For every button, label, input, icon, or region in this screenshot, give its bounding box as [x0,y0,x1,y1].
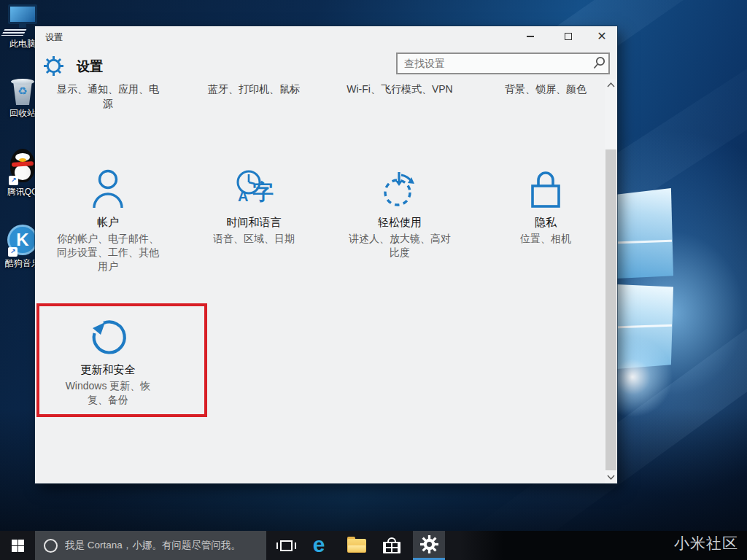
lock-icon [476,167,615,209]
title-bar[interactable]: 设置 ✕ [35,26,617,47]
tile-subtitle: 你的帐户、电子邮件、 同步设置、工作、其他 用户 [39,232,177,273]
kugou-icon: K ↗ [7,225,38,255]
category-system[interactable]: 显示、通知、应用、电 源 [39,82,177,111]
tile-subtitle: 位置、相机 [476,232,615,246]
desktop: 此电脑 ♻ 回收站 ↗ 腾讯QQ K ↗ 酷狗音乐 设置 ✕ [0,0,747,560]
close-icon: ✕ [597,31,606,42]
search-icon[interactable] [591,55,608,71]
tile-ease-of-access[interactable]: 轻松使用 讲述人、放大镜、高对 比度 [330,167,469,260]
tile-subtitle: 讲述人、放大镜、高对 比度 [330,232,469,260]
search-input[interactable] [398,58,591,69]
qq-penguin-icon: ↗ [8,147,37,184]
settings-gear-icon [44,56,63,79]
windows-logo-pane [616,188,673,279]
window-title: 设置 [45,31,63,44]
watermark: 小米社区 [0,533,738,553]
scrollbar-thumb[interactable] [605,149,616,470]
minimize-icon [527,36,534,37]
shortcut-arrow-icon: ↗ [9,176,18,185]
close-button[interactable]: ✕ [589,26,614,47]
clock-language-icon: A 字 [185,167,323,209]
category-network[interactable]: Wi-Fi、飞行模式、VPN [330,82,469,96]
tile-privacy[interactable]: 隐私 位置、相机 [476,167,615,246]
highlight-rectangle [36,303,207,417]
scroll-up-icon[interactable] [605,79,617,91]
search-box[interactable] [396,52,610,74]
tile-title: 轻松使用 [330,216,469,230]
settings-window: 设置 ✕ 设置 [35,26,617,483]
tile-subtitle: 语音、区域、日期 [185,232,323,246]
scroll-down-icon[interactable] [605,471,617,483]
ease-of-access-icon [330,167,469,209]
page-title: 设置 [77,58,103,75]
user-icon [39,167,177,209]
tile-accounts[interactable]: 帐户 你的帐户、电子邮件、 同步设置、工作、其他 用户 [39,167,177,273]
category-devices[interactable]: 蓝牙、打印机、鼠标 [185,82,323,96]
tile-title: 时间和语言 [185,216,323,230]
scrollbar[interactable] [605,79,617,483]
tile-time-language[interactable]: A 字 时间和语言 语音、区域、日期 [185,167,323,246]
shortcut-arrow-icon: ↗ [8,247,18,257]
tile-title: 隐私 [476,216,615,230]
maximize-button[interactable] [556,26,581,47]
recycle-bin-icon: ♻ [10,77,35,105]
minimize-button[interactable] [518,26,543,47]
maximize-icon [565,33,572,40]
tile-title: 帐户 [39,216,177,230]
category-personalization[interactable]: 背景、锁屏、颜色 [476,82,615,96]
